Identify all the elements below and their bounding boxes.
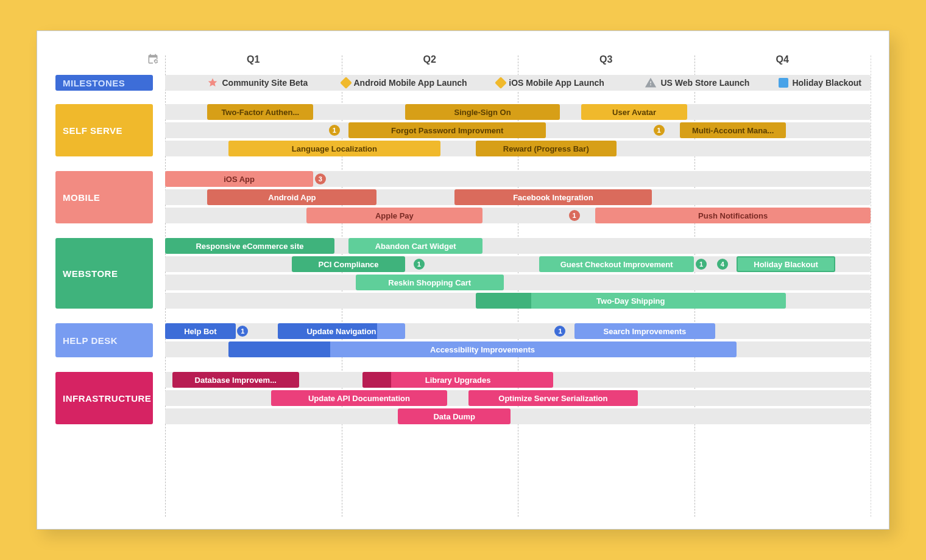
lane <box>165 275 871 290</box>
progress-segment <box>228 341 330 357</box>
task-bar[interactable]: Language Localization <box>228 141 440 156</box>
task-bar[interactable]: Forgot Password Improvment <box>348 122 546 138</box>
task-bar[interactable]: Accessibility Improvements <box>228 341 737 357</box>
star-icon <box>207 77 218 88</box>
milestone-item[interactable]: Holiday Blackout <box>779 78 861 88</box>
task-bar[interactable]: Database Improvem... <box>172 372 299 388</box>
quarter-q1: Q1 <box>247 54 260 65</box>
count-badge[interactable]: 1 <box>414 259 425 270</box>
count-badge[interactable]: 4 <box>717 259 728 270</box>
count-badge[interactable]: 1 <box>329 125 340 136</box>
milestone-label: Community Site Beta <box>222 78 308 88</box>
task-bar[interactable]: Two-Factor Authen... <box>207 104 313 120</box>
milestone-item[interactable]: US Web Store Launch <box>645 77 749 89</box>
group-milestones[interactable]: MILESTONES <box>55 75 153 91</box>
progress-segment <box>476 293 532 309</box>
milestone-label: US Web Store Launch <box>660 78 749 88</box>
milestone-label: Holiday Blackout <box>792 78 861 88</box>
count-badge[interactable]: 1 <box>569 210 580 221</box>
milestones-row: Community Site Beta Android Mobile App L… <box>165 75 871 91</box>
timeline-area: Q1 Q2 Q3 Q4 Community Site Beta Android … <box>165 55 871 517</box>
group-infra[interactable]: INFRASTRUCTURE <box>55 372 153 424</box>
diamond-icon <box>497 79 505 87</box>
task-bar[interactable]: Responsive eCommerce site <box>165 238 334 254</box>
task-label: Two-Day Shipping <box>596 296 665 306</box>
task-bar[interactable]: Push Notifications <box>595 208 871 223</box>
task-bar[interactable]: Abandon Cart Widget <box>348 238 482 254</box>
count-badge[interactable]: 1 <box>654 125 665 136</box>
task-bar[interactable]: Data Dump <box>398 408 511 424</box>
task-bar[interactable]: Holiday Blackout <box>737 256 835 272</box>
task-bar[interactable]: Search Improvements <box>574 323 716 339</box>
square-icon <box>779 78 788 88</box>
task-label: Accessibility Improvements <box>430 345 535 354</box>
group-webstore[interactable]: WEBSTORE <box>55 238 153 309</box>
roadmap-card: Q1 Q2 Q3 Q4 Community Site Beta Android … <box>37 30 889 530</box>
milestone-item[interactable]: Android Mobile App Launch <box>342 78 467 88</box>
task-bar[interactable]: Help Bot <box>165 323 236 339</box>
calendar-settings-icon[interactable] <box>147 53 159 68</box>
group-selfserve[interactable]: SELF SERVE <box>55 104 153 156</box>
lane <box>165 408 871 424</box>
task-label: Library Upgrades <box>425 376 491 385</box>
task-bar[interactable]: Optimize Server Serialization <box>468 390 638 406</box>
milestone-label: iOS Mobile App Launch <box>509 78 604 88</box>
quarter-q2: Q2 <box>423 54 436 65</box>
task-bar[interactable]: Update Navigation <box>278 323 405 339</box>
milestone-item[interactable]: Community Site Beta <box>207 77 308 88</box>
task-bar[interactable]: Reward (Progress Bar) <box>476 141 617 156</box>
task-bar[interactable]: Update API Documentation <box>271 390 448 406</box>
task-bar[interactable]: Multi-Account Mana... <box>680 122 786 138</box>
task-bar[interactable]: Android App <box>207 189 376 205</box>
milestone-item[interactable]: iOS Mobile App Launch <box>497 78 604 88</box>
task-bar[interactable]: Reskin Shopping Cart <box>356 275 504 290</box>
group-helpdesk[interactable]: HELP DESK <box>55 323 153 357</box>
quarter-q3: Q3 <box>599 54 612 65</box>
milestone-label: Android Mobile App Launch <box>354 78 467 88</box>
task-bar[interactable]: Two-Day Shipping <box>476 293 786 309</box>
group-mobile[interactable]: MOBILE <box>55 171 153 223</box>
gantt-chart: Q1 Q2 Q3 Q4 Community Site Beta Android … <box>55 55 871 517</box>
progress-segment <box>362 372 391 388</box>
task-bar[interactable]: User Avatar <box>581 104 687 120</box>
lane <box>165 323 871 339</box>
task-bar[interactable]: Guest Checkout Improvement <box>539 256 694 272</box>
task-bar[interactable]: Facebook Integration <box>454 189 652 205</box>
count-badge[interactable]: 1 <box>696 259 707 270</box>
task-bar[interactable]: iOS App <box>165 171 313 187</box>
task-bar[interactable]: PCI Compliance <box>292 256 405 272</box>
quarter-q4: Q4 <box>776 54 789 65</box>
task-bar[interactable]: Apple Pay <box>306 208 483 223</box>
diamond-icon <box>342 79 350 87</box>
task-bar[interactable]: Library Upgrades <box>362 372 553 388</box>
task-label: Update Navigation <box>306 327 376 336</box>
warning-icon <box>645 77 657 89</box>
task-bar[interactable]: Single-Sign On <box>405 104 560 120</box>
count-badge[interactable]: 3 <box>315 173 326 184</box>
